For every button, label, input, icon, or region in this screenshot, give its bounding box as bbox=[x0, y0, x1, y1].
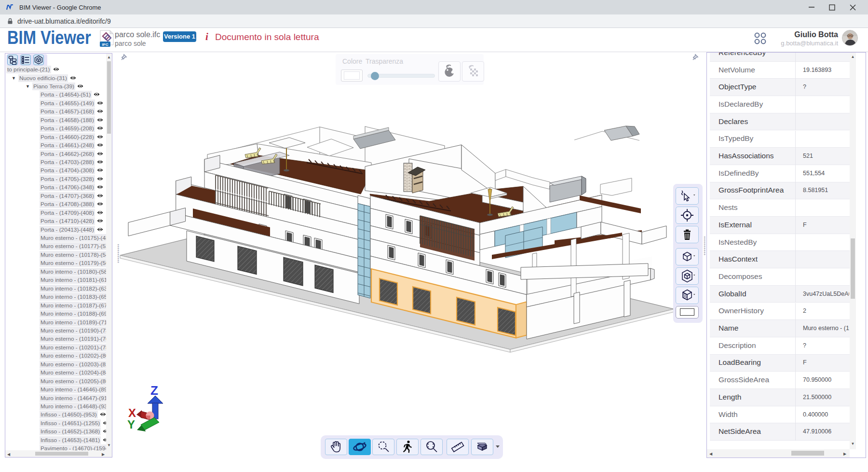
svg-text:X: X bbox=[128, 406, 136, 419]
svg-text:Z: Z bbox=[150, 383, 158, 398]
svg-text:Y: Y bbox=[127, 418, 135, 431]
